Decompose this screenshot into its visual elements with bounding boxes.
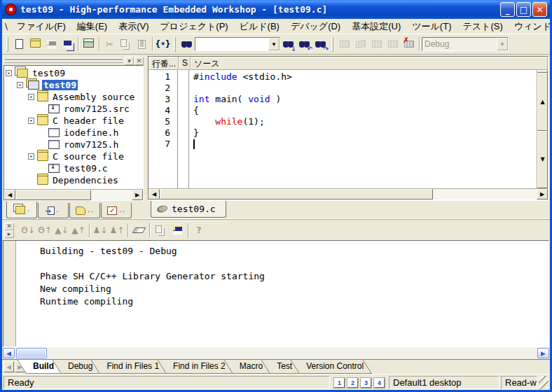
menu-item-1[interactable]: 編集(E)	[71, 19, 113, 34]
code-area[interactable]: #include <stdio.h> int main( void ){ whi…	[189, 70, 537, 188]
scroll-up-icon[interactable]: ▲	[537, 73, 548, 130]
tab-templates[interactable]: ..	[69, 203, 100, 218]
find-next-button[interactable]: ↓	[280, 36, 296, 52]
menu-item-9[interactable]: ウィンドウ(W)	[509, 19, 552, 34]
document-tab[interactable]: test09.c	[151, 201, 226, 218]
desktop-layout-4-button[interactable]: 4	[374, 378, 385, 388]
window-title: test09 - High-performance Embedded Works…	[20, 4, 499, 15]
tree-item[interactable]: -test09	[6, 67, 143, 79]
tree-item[interactable]: romv7125.h	[6, 139, 143, 150]
scroll-left-icon[interactable]: ◀	[149, 189, 160, 200]
compile-button[interactable]	[336, 36, 352, 52]
desktop-layout-3-button[interactable]: 3	[361, 378, 371, 388]
tab-projects[interactable]: .	[6, 202, 37, 218]
prev-error-button[interactable]: Θ↑	[36, 223, 53, 238]
menu-item-7[interactable]: ツール(T)	[406, 19, 457, 34]
next-error-button[interactable]: Θ↓	[20, 223, 36, 238]
open-file-button[interactable]	[27, 36, 43, 52]
save-output-button[interactable]	[169, 223, 186, 238]
expander-icon[interactable]: -	[28, 153, 34, 160]
output-log[interactable]: Building - test09 - Debug Phase SH C/C++…	[16, 241, 548, 346]
find-in-files-2-button[interactable]: ↷	[312, 36, 329, 52]
expander-icon[interactable]: -	[17, 82, 23, 88]
scroll-left-icon[interactable]: ◀	[4, 190, 15, 200]
desktop-layout-2-button[interactable]: 2	[347, 378, 358, 388]
tree-item[interactable]: test09.c	[6, 162, 143, 174]
find-combo-input[interactable]	[195, 38, 268, 50]
tab-navigation[interactable]: .	[38, 203, 69, 218]
menu-item-0[interactable]: ファイル(F)	[11, 19, 71, 34]
scroll-thumb[interactable]	[16, 348, 47, 358]
close-button[interactable]: ✕	[532, 2, 547, 17]
editor-horizontal-scrollbar[interactable]: ◀ ▶	[149, 188, 548, 200]
next-tag-button[interactable]: ▲↓	[53, 223, 70, 238]
menu-item-5[interactable]: デバッグ(D)	[285, 19, 346, 34]
scroll-down-icon[interactable]: ▼	[537, 131, 548, 188]
menu-item-2[interactable]: 表示(V)	[113, 19, 154, 34]
match-braces-button[interactable]: {•}	[155, 36, 171, 52]
code-line: }	[193, 127, 537, 139]
tree-item[interactable]: -Assembly source	[6, 91, 143, 103]
expander-icon[interactable]: -	[28, 118, 34, 124]
toolbar-grip[interactable]	[6, 36, 8, 52]
workspace-panel-grip[interactable]: ▾ ✕	[4, 56, 144, 65]
menu-item-8[interactable]: テスト(S)	[457, 19, 508, 34]
desktop-layout-1-button[interactable]: 1	[334, 378, 345, 388]
tree-item[interactable]: iodefine.h	[6, 127, 143, 139]
stop-build-button[interactable]: ✗	[401, 36, 417, 52]
find-icon[interactable]	[179, 36, 195, 52]
copy-button[interactable]	[118, 36, 134, 52]
build-configuration-value[interactable]	[422, 38, 497, 50]
scroll-left-icon[interactable]: ◀	[3, 348, 15, 358]
code-line: {	[193, 105, 537, 116]
paste-button[interactable]	[134, 36, 150, 52]
new-file-button[interactable]	[11, 36, 27, 52]
scroll-right-icon[interactable]: ▶	[132, 190, 143, 200]
help-button[interactable]: ?	[191, 223, 207, 238]
output-expand-icon[interactable]: ▸	[4, 230, 14, 238]
save-all-button[interactable]	[60, 36, 76, 52]
menu-item-4[interactable]: ビルド(B)	[234, 19, 285, 34]
panel-options-icon[interactable]: ▾	[125, 57, 134, 65]
output-tab-version-control[interactable]: Version Control	[299, 360, 375, 374]
tree-horizontal-scrollbar[interactable]: ◀ ▶	[4, 189, 143, 200]
clear-output-button[interactable]	[130, 223, 147, 238]
output-close-icon[interactable]: ✕	[4, 223, 14, 230]
scroll-right-icon[interactable]: ▶	[537, 348, 549, 358]
resize-grip[interactable]	[539, 376, 548, 389]
expander-icon[interactable]: -	[6, 70, 12, 76]
next-bookmark-button[interactable]: ♟↓	[92, 223, 109, 238]
build-button[interactable]	[352, 36, 368, 52]
menu-item-3[interactable]: プロジェクト(P)	[155, 19, 234, 34]
build-configuration-dropdown[interactable]: ▼	[497, 38, 508, 50]
column-line-number: 行番...	[149, 57, 179, 70]
minimize-button[interactable]: _	[500, 2, 515, 17]
output-margin	[4, 241, 16, 346]
find-in-files-1-button[interactable]: ↶	[296, 36, 312, 52]
tree-item[interactable]: -C header file	[6, 115, 143, 127]
menu-item-6[interactable]: 基本設定(U)	[346, 19, 406, 34]
tree-item[interactable]: -test09	[6, 79, 143, 91]
output-horizontal-scrollbar[interactable]: ◀ ▶	[3, 347, 549, 359]
cut-button[interactable]: ✂	[102, 36, 118, 52]
expander-icon[interactable]: -	[28, 94, 34, 100]
save-button[interactable]	[43, 36, 60, 52]
tab-scroll-left-icon[interactable]: ◀	[4, 361, 14, 372]
update-dependencies-button[interactable]	[385, 36, 401, 52]
print-button[interactable]	[81, 36, 97, 52]
tree-item[interactable]: Dependencies	[6, 174, 143, 186]
build-all-button[interactable]	[368, 36, 385, 52]
toolbar-grip[interactable]	[174, 36, 176, 52]
tree-item[interactable]: romv7125.src	[6, 103, 143, 115]
maximize-button[interactable]: □	[516, 2, 531, 17]
prev-bookmark-button[interactable]: ♟↑	[109, 223, 125, 238]
find-combo-dropdown[interactable]: ▼	[268, 38, 280, 50]
editor-vertical-scrollbar[interactable]: ▲ ▼	[537, 70, 548, 188]
panel-close-icon[interactable]: ✕	[134, 57, 144, 65]
tab-test[interactable]: ..	[101, 203, 132, 218]
scroll-right-icon[interactable]: ▶	[537, 189, 548, 200]
toolbar-grip[interactable]	[331, 36, 333, 52]
tree-item[interactable]: -C source file	[6, 150, 143, 162]
copy-output-button[interactable]	[152, 223, 169, 238]
prev-tag-button[interactable]: ▲↑	[70, 223, 87, 238]
